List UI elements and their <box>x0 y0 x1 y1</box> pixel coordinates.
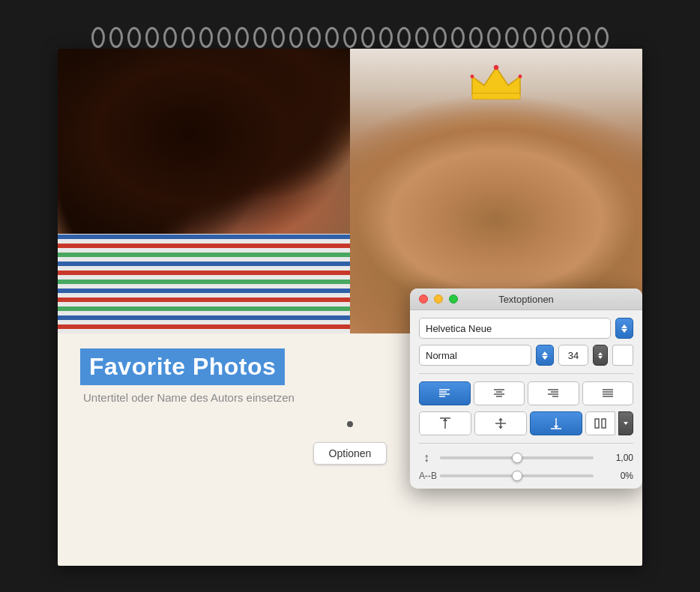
columns-button[interactable] <box>585 411 615 435</box>
valign-middle-icon <box>494 417 507 430</box>
font-style-size-row: Normal 34 <box>419 345 633 366</box>
font-style-stepper[interactable] <box>536 345 554 366</box>
color-swatch[interactable] <box>612 345 633 366</box>
panel-body: Helvetica Neue Normal <box>410 310 642 489</box>
stepper-up-icon <box>542 351 548 355</box>
align-right-icon <box>546 387 560 400</box>
line-spacing-value: 1,00 <box>600 453 633 463</box>
stepper-up-icon <box>621 324 627 328</box>
valign-bottom-icon <box>549 417 563 430</box>
svg-rect-1 <box>472 93 520 99</box>
crown <box>466 64 526 101</box>
title-box[interactable]: Favorite Photos <box>80 348 285 385</box>
font-family-select[interactable]: Helvetica Neue <box>419 318 611 339</box>
panel-titlebar: Textoptionen <box>410 289 642 310</box>
char-spacing-track[interactable] <box>440 474 594 477</box>
char-spacing-thumb[interactable] <box>512 471 522 481</box>
align-left-icon <box>438 387 451 400</box>
svg-point-3 <box>471 75 474 79</box>
panel-divider-1 <box>419 373 633 374</box>
align-justify-button[interactable] <box>582 381 634 405</box>
panel-divider-2 <box>419 443 633 444</box>
page-title: Favorite Photos <box>89 353 276 380</box>
shirt-stripes <box>58 234 350 333</box>
font-size-value: 34 <box>568 350 579 361</box>
spiral-binding <box>58 26 642 49</box>
line-spacing-track[interactable] <box>440 456 594 459</box>
svg-point-2 <box>494 65 498 70</box>
stepper-down-icon <box>621 329 627 333</box>
size-down-icon <box>598 356 603 359</box>
valign-bottom-button[interactable] <box>530 411 582 435</box>
char-spacing-fill <box>440 474 517 477</box>
svg-rect-31 <box>595 419 599 428</box>
svg-marker-26 <box>498 418 503 420</box>
minimize-button[interactable] <box>434 295 443 303</box>
line-spacing-icon: ↕ <box>419 451 434 465</box>
valign-top-button[interactable] <box>419 411 471 435</box>
stepper-down-icon <box>542 356 548 360</box>
align-center-button[interactable] <box>474 381 525 405</box>
options-button[interactable]: Optionen <box>313 442 387 465</box>
char-spacing-icon: A↔B <box>419 471 434 481</box>
font-family-stepper[interactable] <box>615 318 633 339</box>
font-style-label: Normal <box>426 350 457 361</box>
svg-marker-0 <box>472 67 520 94</box>
font-style-select[interactable]: Normal <box>419 345 531 366</box>
horizontal-align-row <box>419 381 633 405</box>
pagination-dot <box>347 421 353 427</box>
font-family-label: Helvetica Neue <box>426 323 492 334</box>
align-center-icon <box>492 387 506 400</box>
line-spacing-fill <box>440 456 517 459</box>
panel-title: Textoptionen <box>498 294 554 305</box>
valign-middle-button[interactable] <box>474 411 527 435</box>
maximize-button[interactable] <box>449 295 458 303</box>
close-button[interactable] <box>419 295 428 303</box>
columns-arrow-button[interactable] <box>618 411 633 435</box>
svg-point-4 <box>519 75 522 79</box>
line-spacing-row: ↕ 1,00 <box>419 451 633 465</box>
line-spacing-thumb[interactable] <box>512 453 522 463</box>
text-options-panel: Textoptionen Helvetica Neue <box>410 289 642 489</box>
svg-rect-32 <box>602 419 606 428</box>
vertical-align-row <box>419 411 633 435</box>
photo-woman <box>58 49 350 333</box>
font-size-stepper[interactable] <box>593 345 608 366</box>
valign-top-icon <box>438 417 452 430</box>
page-subtitle: Untertitel oder Name des Autors einsetze… <box>83 391 295 404</box>
calendar-page: Favorite Photos Untertitel oder Name des… <box>58 49 642 566</box>
columns-icon <box>594 417 607 430</box>
photo-left[interactable] <box>58 49 350 333</box>
font-family-row: Helvetica Neue <box>419 318 633 339</box>
char-spacing-value: 0% <box>600 471 633 481</box>
font-size-field[interactable]: 34 <box>558 345 588 366</box>
align-justify-icon <box>601 387 615 400</box>
size-up-icon <box>598 352 603 355</box>
char-spacing-row: A↔B 0% <box>419 471 633 481</box>
align-left-button[interactable] <box>419 381 471 405</box>
align-right-button[interactable] <box>528 381 579 405</box>
columns-arrow-down-icon <box>624 422 628 425</box>
svg-marker-27 <box>498 426 503 429</box>
